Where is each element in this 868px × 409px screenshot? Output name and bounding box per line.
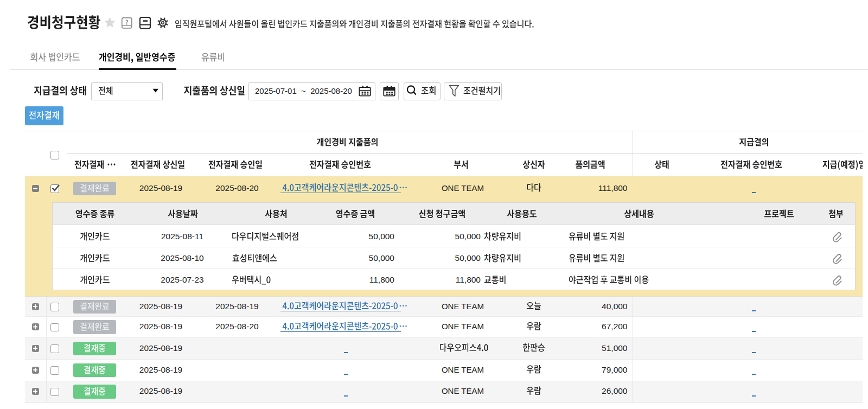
- svg-text:79,000: 79,000: [602, 365, 628, 374]
- svg-text:50,000: 50,000: [455, 232, 481, 241]
- svg-text:2025-08-19: 2025-08-19: [139, 386, 182, 395]
- svg-text:ONE TEAM: ONE TEAM: [442, 365, 484, 374]
- svg-text:67,200: 67,200: [602, 322, 628, 331]
- svg-text:ONE TEAM: ONE TEAM: [442, 386, 484, 395]
- svg-text:50,000: 50,000: [455, 253, 481, 263]
- svg-text:2025-07-01 ~ 2025-08-20: 2025-07-01 ~ 2025-08-20: [255, 86, 352, 95]
- svg-text:2025-08-11: 2025-08-11: [161, 232, 203, 241]
- svg-text:11,800: 11,800: [456, 275, 481, 284]
- svg-text:ONE TEAM: ONE TEAM: [442, 322, 484, 331]
- svg-text:2025-08-19: 2025-08-19: [139, 302, 182, 311]
- svg-text:11,800: 11,800: [369, 275, 395, 284]
- svg-text:50,000: 50,000: [369, 232, 395, 241]
- svg-text:2025-08-19: 2025-08-19: [215, 302, 258, 311]
- svg-text:2025-08-19: 2025-08-19: [139, 365, 182, 374]
- svg-text:2025-07-23: 2025-07-23: [161, 275, 203, 284]
- svg-text:40,000: 40,000: [602, 302, 628, 311]
- svg-text:50,000: 50,000: [369, 253, 395, 263]
- svg-text:111,800: 111,800: [598, 183, 628, 193]
- svg-text:2025-08-20: 2025-08-20: [215, 322, 259, 331]
- svg-text:51,000: 51,000: [602, 343, 628, 353]
- svg-text:26,000: 26,000: [602, 386, 628, 395]
- svg-text:2025-08-19: 2025-08-19: [139, 183, 182, 193]
- svg-text:2025-08-10: 2025-08-10: [161, 253, 204, 263]
- svg-text:ONE TEAM: ONE TEAM: [442, 183, 484, 193]
- svg-text:2025-08-19: 2025-08-19: [139, 322, 182, 331]
- svg-text:ONE TEAM: ONE TEAM: [442, 302, 484, 311]
- svg-text:2025-08-20: 2025-08-20: [215, 183, 259, 193]
- svg-text:2025-08-19: 2025-08-19: [139, 343, 182, 353]
